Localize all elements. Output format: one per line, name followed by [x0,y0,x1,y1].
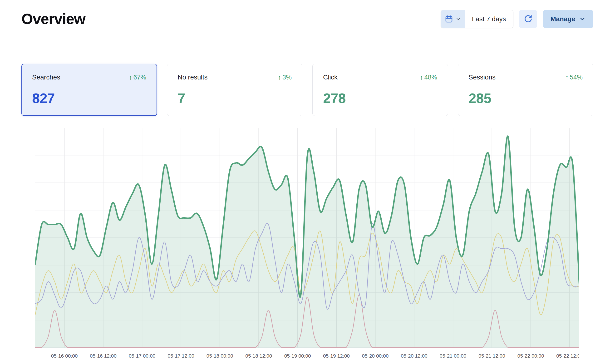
card-delta: ↑67% [129,74,146,81]
card-delta: ↑48% [420,74,437,81]
svg-text:05-16 00:00: 05-16 00:00 [51,353,78,359]
svg-text:05-20 00:00: 05-20 00:00 [362,353,389,359]
card-value: 827 [32,90,146,106]
page-header: Overview Last 7 days [0,0,610,28]
analytics-chart: 05-16 00:0005-16 12:0005-17 00:0005-17 1… [35,128,579,361]
svg-text:05-21 12:00: 05-21 12:00 [479,353,505,359]
svg-text:05-16 12:00: 05-16 12:00 [90,353,117,359]
refresh-button[interactable] [519,10,537,28]
manage-button-label: Manage [551,15,575,23]
card-searches[interactable]: Searches ↑67% 827 [21,64,157,116]
card-label: Sessions [469,74,496,81]
card-delta-value: 3% [282,74,292,81]
card-no-results[interactable]: No results ↑3% 7 [167,64,303,116]
page-title: Overview [21,11,85,27]
svg-text:05-17 00:00: 05-17 00:00 [129,353,155,359]
header-controls: Last 7 days Manage [441,10,593,28]
chevron-down-icon [455,16,461,22]
svg-text:05-19 12:00: 05-19 12:00 [323,353,350,359]
card-label: Searches [32,74,60,81]
up-arrow-icon: ↑ [129,74,132,81]
up-arrow-icon: ↑ [278,74,281,81]
card-value: 7 [178,90,292,106]
svg-text:05-21 00:00: 05-21 00:00 [440,353,466,359]
up-arrow-icon: ↑ [565,74,569,81]
analytics-chart-svg: 05-16 00:0005-16 12:0005-17 00:0005-17 1… [35,128,579,361]
card-delta-value: 54% [570,74,583,81]
card-delta: ↑3% [278,74,292,81]
up-arrow-icon: ↑ [420,74,423,81]
chevron-down-icon [579,16,586,22]
card-value: 285 [469,90,583,106]
stat-cards: Searches ↑67% 827 No results ↑3% 7 Click… [21,64,593,116]
card-sessions[interactable]: Sessions ↑54% 285 [458,64,594,116]
date-range-label[interactable]: Last 7 days [465,10,513,28]
svg-text:05-18 00:00: 05-18 00:00 [207,353,233,359]
svg-text:05-17 12:00: 05-17 12:00 [168,353,194,359]
card-click[interactable]: Click ↑48% 278 [312,64,448,116]
calendar-icon [445,15,453,23]
card-delta: ↑54% [565,74,583,81]
manage-button[interactable]: Manage [543,10,593,28]
svg-text:05-18 12:00: 05-18 12:00 [245,353,272,359]
svg-text:05-22 12:00: 05-22 12:00 [556,353,579,359]
card-label: No results [178,74,208,81]
svg-text:05-20 12:00: 05-20 12:00 [401,353,428,359]
svg-text:05-19 00:00: 05-19 00:00 [284,353,311,359]
date-range-picker[interactable]: Last 7 days [441,10,513,28]
card-value: 278 [323,90,437,106]
calendar-button[interactable] [441,10,465,28]
refresh-icon [524,14,533,24]
card-label: Click [323,74,337,81]
svg-text:05-22 00:00: 05-22 00:00 [518,353,544,359]
card-delta-value: 67% [133,74,146,81]
card-delta-value: 48% [424,74,437,81]
